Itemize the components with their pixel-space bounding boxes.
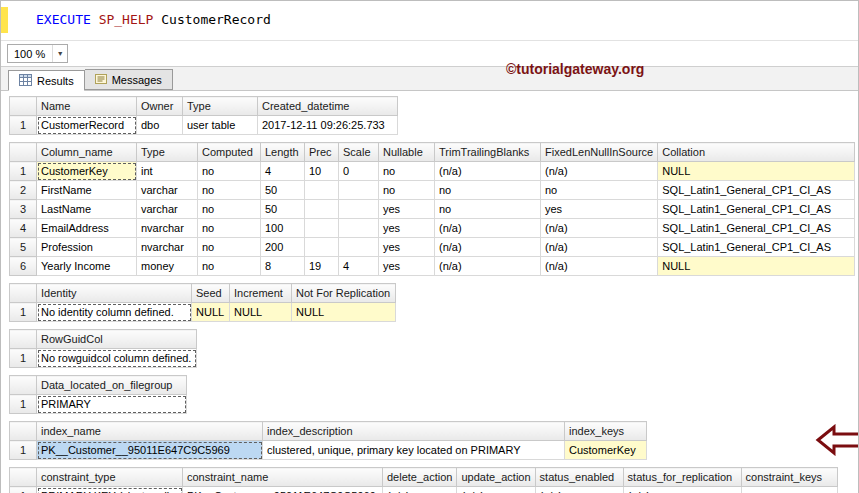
grid-cell[interactable]: yes	[379, 257, 435, 276]
tab-results[interactable]: Results	[8, 70, 85, 91]
grid-cell[interactable]: no	[435, 181, 541, 200]
column-header-type[interactable]: Type	[137, 143, 198, 162]
grid-cell[interactable]: NULL	[658, 257, 855, 276]
row-header[interactable]: 4	[10, 219, 37, 238]
column-header-type[interactable]: Type	[183, 97, 258, 116]
column-header-index-keys[interactable]: index_keys	[565, 422, 647, 441]
grid-cell[interactable]: nvarchar	[137, 238, 198, 257]
grid-cell[interactable]: SQL_Latin1_General_CP1_CI_AS	[658, 238, 855, 257]
row-header[interactable]: 3	[10, 200, 37, 219]
grid-cell[interactable]: CustomerKey	[565, 441, 647, 460]
grid-cell[interactable]: SQL_Latin1_General_CP1_CI_AS	[658, 219, 855, 238]
column-header-collation[interactable]: Collation	[658, 143, 855, 162]
row-header[interactable]: 1	[10, 303, 37, 322]
column-header-created-datetime[interactable]: Created_datetime	[258, 97, 398, 116]
grid-cell[interactable]: NULL	[230, 303, 292, 322]
grid-cell[interactable]: no	[541, 181, 658, 200]
grid-cell[interactable]: clustered, unique, primary key located o…	[263, 441, 565, 460]
grid-cell[interactable]	[305, 200, 339, 219]
column-header-index-name[interactable]: index_name	[37, 422, 263, 441]
grid-cell[interactable]	[741, 487, 837, 493]
grid-cell[interactable]: SQL_Latin1_General_CP1_CI_AS	[658, 181, 855, 200]
grid-cell[interactable]: 2017-12-11 09:26:25.733	[258, 116, 398, 135]
grid-cell[interactable]: (n/a)	[383, 487, 457, 493]
column-header-update-action[interactable]: update_action	[457, 468, 535, 487]
zoom-dropdown[interactable]: 100 % ▼	[7, 44, 68, 63]
grid-cell[interactable]: (n/a)	[541, 162, 658, 181]
column-header-constraint-keys[interactable]: constraint_keys	[741, 468, 837, 487]
column-header-constraint-type[interactable]: constraint_type	[37, 468, 183, 487]
row-header[interactable]: 1	[10, 487, 37, 493]
column-header-name[interactable]: Name	[37, 97, 137, 116]
grid-cell[interactable]	[305, 181, 339, 200]
grid-cell[interactable]	[339, 238, 379, 257]
column-header-identity[interactable]: Identity	[37, 284, 192, 303]
row-header[interactable]: 5	[10, 238, 37, 257]
row-header[interactable]: 1	[10, 349, 37, 368]
grid-cell[interactable]: 50	[261, 200, 305, 219]
grid-cell[interactable]: 0	[339, 162, 379, 181]
grid-cell[interactable]: no	[379, 181, 435, 200]
grid-cell[interactable]: no	[198, 219, 261, 238]
grid-cell[interactable]: no	[435, 200, 541, 219]
grid-corner[interactable]	[10, 143, 37, 162]
grid-cell[interactable]: CustomerRecord	[37, 116, 137, 135]
grid-cell[interactable]: (n/a)	[435, 238, 541, 257]
tab-messages[interactable]: Messages	[85, 69, 173, 90]
grid-cell[interactable]: no	[379, 162, 435, 181]
grid-cell[interactable]: PRIMARY KEY (clustered)	[37, 487, 183, 493]
grid-cell[interactable]: (n/a)	[435, 162, 541, 181]
grid-cell[interactable]: PRIMARY	[37, 395, 187, 414]
grid-cell[interactable]: LastName	[37, 200, 137, 219]
column-header-status-enabled[interactable]: status_enabled	[535, 468, 623, 487]
grid-cell[interactable]: 4	[261, 162, 305, 181]
grid-cell[interactable]: (n/a)	[541, 238, 658, 257]
grid-cell[interactable]	[305, 219, 339, 238]
column-header-seed[interactable]: Seed	[192, 284, 230, 303]
grid-cell[interactable]: Yearly Income	[37, 257, 137, 276]
grid-cell[interactable]: no	[198, 257, 261, 276]
column-header-column-name[interactable]: Column_name	[37, 143, 137, 162]
grid-cell[interactable]: nvarchar	[137, 219, 198, 238]
row-header[interactable]: 1	[10, 116, 37, 135]
grid-cell[interactable]	[339, 200, 379, 219]
column-header-trimtrailingblanks[interactable]: TrimTrailingBlanks	[435, 143, 541, 162]
grid-cell[interactable]: 19	[305, 257, 339, 276]
column-header-length[interactable]: Length	[261, 143, 305, 162]
column-header-index-description[interactable]: index_description	[263, 422, 565, 441]
grid-cell[interactable]: No identity column defined.	[37, 303, 192, 322]
query-editor[interactable]: EXECUTE SP_HELP CustomerRecord	[1, 1, 858, 41]
chevron-down-icon[interactable]: ▼	[52, 45, 67, 62]
grid-cell[interactable]: (n/a)	[457, 487, 535, 493]
grid-cell[interactable]: no	[198, 238, 261, 257]
column-header-scale[interactable]: Scale	[339, 143, 379, 162]
grid-cell[interactable]: No rowguidcol column defined.	[37, 349, 197, 368]
grid-cell[interactable]	[305, 238, 339, 257]
grid-cell[interactable]: 100	[261, 219, 305, 238]
grid-corner[interactable]	[10, 468, 37, 487]
column-header-nullable[interactable]: Nullable	[379, 143, 435, 162]
grid-cell[interactable]: PK__Customer__95011E647C9C5969	[183, 487, 383, 493]
column-header-not-for-replication[interactable]: Not For Replication	[292, 284, 396, 303]
row-header[interactable]: 1	[10, 162, 37, 181]
column-header-owner[interactable]: Owner	[137, 97, 183, 116]
grid-corner[interactable]	[10, 376, 37, 395]
grid-cell[interactable]: NULL	[192, 303, 230, 322]
column-header-prec[interactable]: Prec	[305, 143, 339, 162]
grid-cell[interactable]: user table	[183, 116, 258, 135]
grid-corner[interactable]	[10, 97, 37, 116]
row-header[interactable]: 1	[10, 395, 37, 414]
grid-corner[interactable]	[10, 284, 37, 303]
grid-cell[interactable]: EmailAddress	[37, 219, 137, 238]
grid-cell[interactable]: 200	[261, 238, 305, 257]
grid-cell[interactable]	[339, 181, 379, 200]
row-header[interactable]: 6	[10, 257, 37, 276]
column-header-computed[interactable]: Computed	[198, 143, 261, 162]
grid-cell[interactable]: varchar	[137, 181, 198, 200]
grid-cell[interactable]	[339, 219, 379, 238]
grid-corner[interactable]	[10, 330, 37, 349]
grid-cell[interactable]: NULL	[292, 303, 396, 322]
grid-cell[interactable]: no	[198, 181, 261, 200]
column-header-constraint-name[interactable]: constraint_name	[183, 468, 383, 487]
column-header-rowguidcol[interactable]: RowGuidCol	[37, 330, 197, 349]
